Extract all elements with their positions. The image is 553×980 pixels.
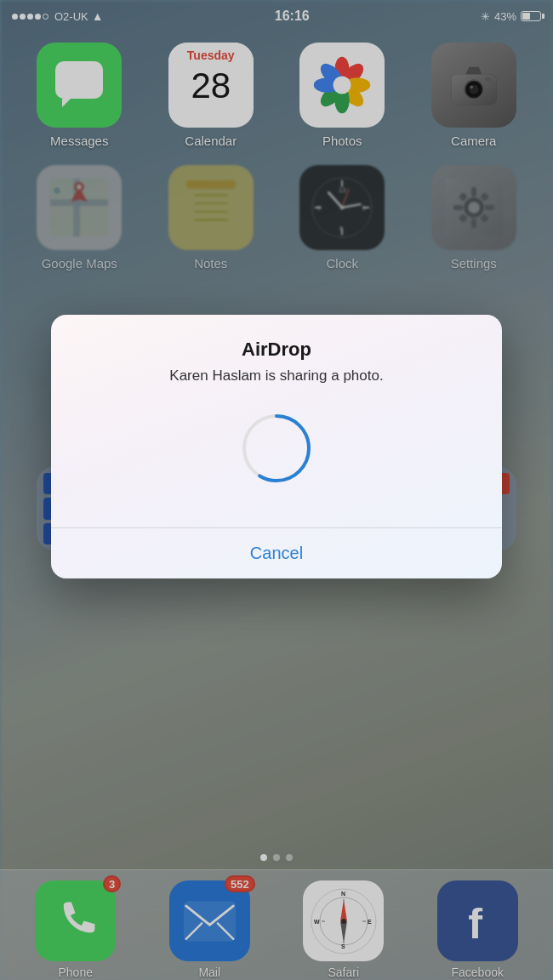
cancel-button[interactable]: Cancel (51, 528, 502, 578)
airdrop-modal: AirDrop Karen Haslam is sharing a photo.… (51, 315, 502, 578)
spinner-container (238, 410, 315, 487)
modal-title: AirDrop (242, 339, 311, 361)
modal-body: AirDrop Karen Haslam is sharing a photo. (51, 315, 502, 527)
airdrop-spinner (238, 410, 315, 487)
modal-subtitle: Karen Haslam is sharing a photo. (169, 368, 383, 385)
